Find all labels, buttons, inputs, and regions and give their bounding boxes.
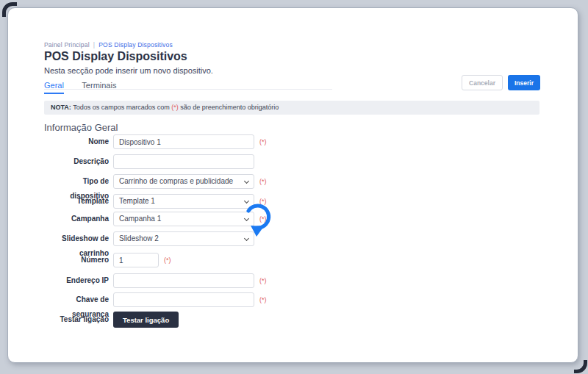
submit-button[interactable]: Inserir [508,75,540,90]
form-row-template: Template Template 1 (*) [44,194,544,209]
tipo-de-dispositivo-select[interactable]: Carrinho de compras e publicidade [113,174,254,189]
note-prefix: NOTA: [51,104,71,111]
section-title: Informação Geral [44,122,118,133]
tab-bar: Geral Terminais [44,78,131,90]
note-text: Todos os campos marcados com [71,104,171,111]
field-label-numero: Número [44,253,109,267]
form-row-testar-ligacao: Testar ligação Testar ligação [44,312,544,327]
form-row-campanha: Campanha Campanha 1 (*) [44,212,544,226]
testar-ligacao-button[interactable]: Testar ligação [113,312,179,328]
tab-terminais[interactable]: Terminais [82,81,116,93]
required-mark: (*) [259,292,267,307]
campanha-select[interactable]: Campanha 1 [113,212,254,226]
endereco-ip-input[interactable] [113,273,254,288]
annotation-arrow-icon [243,198,279,242]
template-select[interactable]: Template 1 [113,194,254,209]
note-text-suffix: são de preenchimento obrigatório [179,104,279,111]
chevron-down-icon [244,179,249,184]
chave-de-seguranca-input[interactable] [113,292,254,307]
descricao-input[interactable] [113,154,254,169]
note-required-mark: (*) [171,104,179,111]
tab-bar-divider [44,89,332,90]
form-row-numero: Número (*) [44,253,544,267]
cancel-button[interactable]: Cancelar [462,75,503,90]
form-row-chave-de-seguranca: Chave de segurança (*) [44,292,544,307]
page-subtitle: Nesta secção pode inserir um novo dispos… [44,66,213,75]
form-row-slideshow-de-carrinho: Slideshow de carrinho Slideshow 2 [44,231,544,246]
field-label-template: Template [44,194,109,209]
campanha-value: Campanha 1 [119,215,161,223]
required-mark: (*) [259,174,267,189]
window-corner-bottom-right [574,360,587,373]
field-label-endereco-ip: Endereço IP [44,273,109,288]
required-mark: (*) [164,253,171,267]
form-row-endereco-ip: Endereço IP (*) [44,273,544,288]
field-label-campanha: Campanha [44,212,109,226]
form-row-nome: Nome (*) [44,134,544,149]
form-row-tipo-de-dispositivo: Tipo de dispositivo Carrinho de compras … [44,174,544,189]
field-label-testar-ligacao: Testar ligação [44,312,109,327]
field-label-nome: Nome [44,134,109,149]
content-card: Painel Principal|POS Display Dispositivo… [7,7,578,363]
slideshow-de-carrinho-select[interactable]: Slideshow 2 [113,231,254,246]
required-mark: (*) [259,134,267,149]
breadcrumb-separator: | [93,41,95,48]
field-label-descricao: Descrição [44,154,109,169]
breadcrumb-item-pos-display-dispositivos[interactable]: POS Display Dispositivos [98,41,173,48]
breadcrumb-item-painel-principal[interactable]: Painel Principal [44,41,90,48]
template-value: Template 1 [119,197,155,205]
numero-input[interactable] [113,253,159,267]
note-banner: NOTA: Todos os campos marcados com (*) s… [44,101,539,115]
slideshow-de-carrinho-value: Slideshow 2 [119,234,159,242]
tab-geral[interactable]: Geral [44,81,64,94]
tipo-de-dispositivo-value: Carrinho de compras e publicidade [119,177,233,185]
nome-input[interactable] [113,134,254,149]
breadcrumb: Painel Principal|POS Display Dispositivo… [44,41,173,48]
form-row-descricao: Descrição [44,154,544,169]
required-mark: (*) [259,273,267,288]
page-title: POS Display Dispositivos [44,50,187,63]
